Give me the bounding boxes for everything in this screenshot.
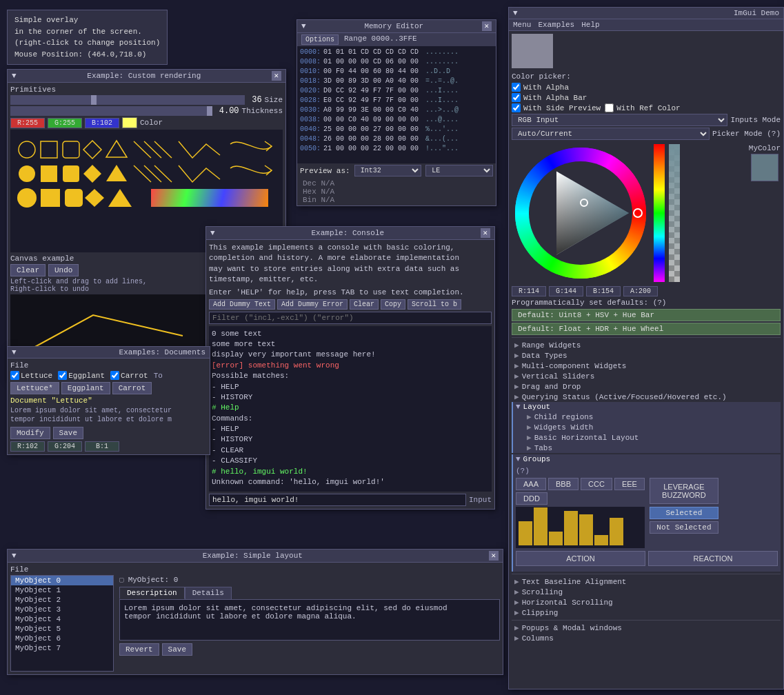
doc-color-row: R:102 G:204 B:1 bbox=[10, 441, 207, 452]
thumbnail bbox=[512, 34, 553, 68]
tabs-item[interactable]: ▶ Tabs bbox=[524, 443, 781, 453]
memory-editor-close[interactable]: ✕ bbox=[482, 21, 492, 31]
layout-item[interactable]: ▼ Layout bbox=[513, 402, 781, 412]
groups-item[interactable]: ▼ Groups bbox=[513, 454, 781, 464]
columns-item[interactable]: ▶ Columns bbox=[512, 633, 781, 643]
eggplant-checkbox[interactable] bbox=[58, 371, 67, 380]
copy-console-button[interactable]: Copy bbox=[381, 299, 405, 310]
with-alpha-checkbox[interactable] bbox=[512, 83, 521, 92]
lettuce-tab[interactable]: Lettuce* bbox=[10, 382, 59, 394]
text-baseline-item[interactable]: ▶ Text Baseline Alignment bbox=[512, 576, 781, 587]
eggplant-checkbox-label[interactable]: Eggplant bbox=[58, 371, 105, 380]
with-side-preview-label[interactable]: With Side Preview bbox=[512, 103, 601, 112]
carrot-checkbox-label[interactable]: Carrot bbox=[110, 371, 148, 380]
lettuce-checkbox-label[interactable]: Lettuce bbox=[10, 371, 52, 380]
add-dummy-text-button[interactable]: Add Dummy Text bbox=[209, 299, 275, 310]
with-ref-color-checkbox[interactable] bbox=[605, 103, 614, 112]
object-header: MyObject: 0 bbox=[128, 576, 179, 584]
vertical-sliders-item[interactable]: ▶ Vertical Sliders bbox=[512, 371, 781, 381]
with-ref-color-label[interactable]: With Ref Color bbox=[605, 103, 680, 112]
with-side-preview-checkbox[interactable] bbox=[512, 103, 521, 112]
listbox-item-6[interactable]: MyObject 6 bbox=[11, 634, 113, 643]
size-slider[interactable] bbox=[10, 95, 245, 105]
lettuce-checkbox[interactable] bbox=[10, 371, 19, 380]
scrolling-item[interactable]: ▶ Scrolling bbox=[512, 587, 781, 597]
layout-save-button[interactable]: Save bbox=[162, 643, 192, 656]
popups-item[interactable]: ▶ Popups & Modal windows bbox=[512, 623, 781, 633]
listbox-item-2[interactable]: MyObject 2 bbox=[11, 595, 113, 605]
widgets-width-item[interactable]: ▶ Widgets Width bbox=[524, 422, 781, 432]
menu-item-examples[interactable]: Examples bbox=[538, 21, 574, 29]
listbox-item-5[interactable]: MyObject 5 bbox=[11, 624, 113, 634]
groups-label: Groups bbox=[523, 455, 551, 463]
reaction-button[interactable]: REACTION bbox=[648, 551, 778, 566]
not-selected-button[interactable]: Not Selected bbox=[650, 521, 718, 534]
aaa-tab-btn[interactable]: AAA bbox=[516, 478, 546, 490]
color-strip-canvas[interactable] bbox=[654, 144, 665, 282]
hex-value: N/A bbox=[321, 188, 334, 196]
endian-select[interactable]: LE BE bbox=[425, 165, 493, 177]
color-preview[interactable] bbox=[122, 117, 137, 128]
listbox-item-7[interactable]: MyObject 7 bbox=[11, 643, 113, 653]
objects-listbox[interactable]: MyObject 0 MyObject 1 MyObject 2 MyObjec… bbox=[10, 575, 114, 672]
file-menu-label[interactable]: File bbox=[10, 361, 207, 370]
rgb-input-select[interactable]: RGB Input HSV Input HEX Input bbox=[512, 114, 727, 126]
menu-item-help[interactable]: Help bbox=[581, 21, 599, 29]
default1-button[interactable]: Default: Uint8 + HSV + Hue Bar bbox=[512, 309, 781, 321]
selected-button[interactable]: Selected bbox=[650, 507, 718, 519]
add-dummy-error-button[interactable]: Add Dummy Error bbox=[277, 299, 348, 310]
querying-status-item[interactable]: ▶ Querying Status (Active/Focused/Hovere… bbox=[512, 392, 781, 402]
default2-button[interactable]: Default: Float + HDR + Hue Wheel bbox=[512, 323, 781, 335]
carrot-checkbox[interactable] bbox=[110, 371, 119, 380]
bbb-tab-btn[interactable]: BBB bbox=[548, 478, 579, 490]
multi-component-item[interactable]: ▶ Multi-component Widgets bbox=[512, 361, 781, 371]
preview-type-select[interactable]: Int32 Uint8 Float bbox=[354, 165, 422, 177]
picker-mode-select[interactable]: Auto/Current Hue Bar Hue Wheel bbox=[512, 128, 710, 140]
mem-row-6: 0030:A0 99 99 3E 00 00 C0 40 ...>...@ bbox=[300, 105, 493, 115]
revert-button[interactable]: Revert bbox=[119, 643, 159, 656]
custom-render-close[interactable]: ✕ bbox=[272, 71, 281, 81]
with-alpha-bar-checkbox[interactable] bbox=[512, 93, 521, 102]
doc-save-button[interactable]: Save bbox=[53, 427, 83, 439]
clipping-item[interactable]: ▶ Clipping bbox=[512, 607, 781, 618]
console-close[interactable]: ✕ bbox=[481, 228, 490, 238]
simple-layout-file-menu[interactable]: File bbox=[10, 565, 500, 574]
console-line-2: display very important message here! bbox=[212, 350, 489, 360]
overlay-tooltip: Simple overlay in the corner of the scre… bbox=[7, 10, 168, 65]
ccc-tab-btn[interactable]: CCC bbox=[581, 478, 612, 490]
details-tab[interactable]: Details bbox=[185, 587, 232, 599]
clear-console-button[interactable]: Clear bbox=[350, 299, 379, 310]
basic-horizontal-item[interactable]: ▶ Basic Horizontal Layout bbox=[524, 432, 781, 443]
ddd-tab-btn[interactable]: DDD bbox=[516, 492, 547, 505]
action-button[interactable]: ACTION bbox=[516, 551, 645, 566]
alpha-strip-canvas[interactable] bbox=[669, 144, 680, 282]
child-regions-item[interactable]: ▶ Child regions bbox=[524, 412, 781, 422]
data-types-item[interactable]: ▶ Data Types bbox=[512, 350, 781, 361]
color-wheel-canvas[interactable] bbox=[512, 144, 650, 282]
scroll-button[interactable]: Scroll to b bbox=[408, 299, 461, 310]
listbox-item-1[interactable]: MyObject 1 bbox=[11, 585, 113, 595]
drag-drop-item[interactable]: ▶ Drag and Drop bbox=[512, 381, 781, 392]
horizontal-scrolling-item[interactable]: ▶ Horizontal Scrolling bbox=[512, 597, 781, 607]
simple-layout-close[interactable]: ✕ bbox=[489, 551, 499, 561]
eee-tab-btn[interactable]: EEE bbox=[614, 478, 645, 490]
listbox-item-0[interactable]: MyObject 0 bbox=[11, 576, 113, 585]
console-input[interactable] bbox=[209, 494, 466, 506]
console-line-7: # Help bbox=[212, 403, 489, 413]
listbox-item-4[interactable]: MyObject 4 bbox=[11, 614, 113, 624]
menu-item-menu[interactable]: Menu bbox=[513, 21, 531, 29]
options-button[interactable]: Options bbox=[301, 34, 339, 45]
undo-button[interactable]: Undo bbox=[48, 264, 79, 276]
with-alpha-bar-label[interactable]: With Alpha Bar bbox=[512, 93, 781, 102]
modify-button[interactable]: Modify bbox=[10, 427, 50, 439]
filter-input[interactable] bbox=[209, 312, 492, 324]
range-widgets-item[interactable]: ▶ Range Widgets bbox=[512, 340, 781, 350]
listbox-item-3[interactable]: MyObject 3 bbox=[11, 605, 113, 614]
carrot-tab[interactable]: Carrot bbox=[112, 382, 152, 394]
eggplant-tab[interactable]: Eggplant bbox=[61, 382, 110, 394]
description-tab[interactable]: Description bbox=[119, 587, 185, 599]
with-alpha-label[interactable]: With Alpha bbox=[512, 83, 781, 92]
leverage-button[interactable]: LEVERAGEBUZZWORD bbox=[650, 478, 718, 504]
clear-button[interactable]: Clear bbox=[10, 264, 46, 276]
thickness-slider[interactable] bbox=[10, 106, 212, 116]
